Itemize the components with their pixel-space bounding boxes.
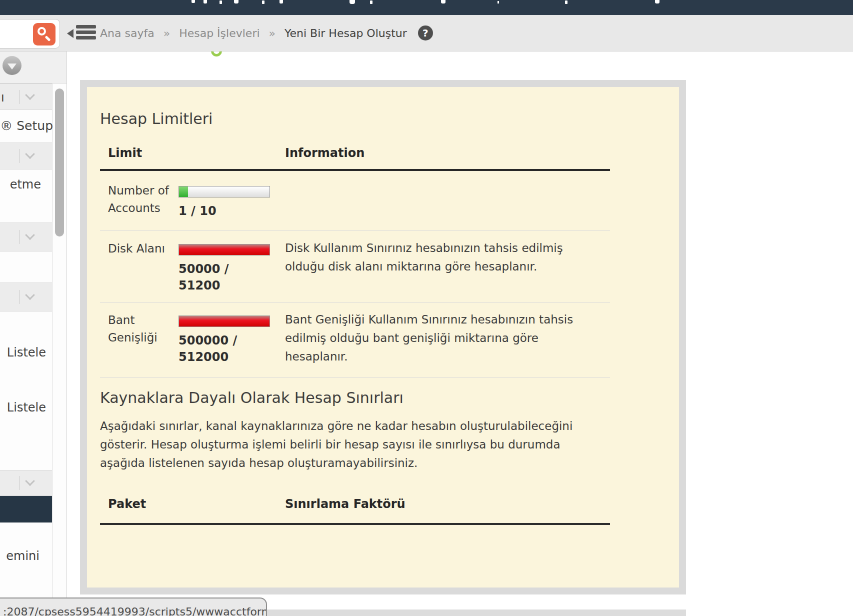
- sidebar-item[interactable]: emini: [6, 549, 40, 563]
- sidebar-scrollbar-thumb[interactable]: [55, 88, 64, 236]
- sidebar: ı ® Setup etme Listele Listele emini: [0, 52, 67, 616]
- breadcrumb-account-functions[interactable]: Hesap İşlevleri: [179, 27, 260, 40]
- chevron-down-icon: [25, 149, 35, 159]
- chevron-down-icon: [25, 290, 35, 300]
- column-header-information: Information: [285, 146, 364, 160]
- search-icon: [38, 27, 46, 36]
- account-limits-table: Limit Information Number of Accounts 1 /…: [100, 146, 610, 378]
- status-url-tooltip: :2087/cpsess5954419993/scripts5/wwwacctf…: [0, 598, 267, 616]
- packages-table: Paket Sınırlama Faktörü: [100, 497, 610, 525]
- limit-info: Disk Kullanım Sınırınız hesabınızın tahs…: [285, 239, 610, 294]
- sidebar-item-list[interactable]: Listele: [7, 346, 46, 360]
- limit-name: Bant Genişliği: [100, 310, 178, 366]
- status-url-text: :2087/cpsess5954419993/scripts5/wwwacctf…: [0, 598, 266, 616]
- breadcrumb-current-page: Yeni Bir Hesap Oluştur: [284, 27, 407, 40]
- limit-name: Disk Alanı: [100, 239, 178, 294]
- table-header-row: Limit Information: [100, 146, 610, 171]
- meter-fill-red: [179, 244, 270, 255]
- chevron-down-icon: [8, 64, 16, 70]
- collapse-all-button[interactable]: [2, 56, 22, 75]
- accounts-usage-meter: [178, 186, 270, 198]
- arrow-left-icon: [67, 29, 74, 38]
- column-header-package: Paket: [100, 497, 285, 511]
- breadcrumb-toolbar: Ana sayfa » Hesap İşlevleri » Yeni Bir H…: [0, 15, 853, 52]
- menu-icon: [76, 25, 96, 28]
- breadcrumb-home[interactable]: Ana sayfa: [100, 27, 154, 40]
- table-header-row: Paket Sınırlama Faktörü: [100, 497, 610, 525]
- chevron-down-icon: [25, 230, 35, 240]
- search-button[interactable]: [33, 23, 56, 46]
- column-header-limit: Limit: [100, 146, 178, 160]
- chevron-down-icon: [25, 476, 35, 486]
- search-input[interactable]: [0, 22, 32, 46]
- sidebar-item-list[interactable]: Listele: [7, 400, 46, 414]
- sidebar-section-header[interactable]: [0, 142, 52, 170]
- breadcrumb: Ana sayfa » Hesap İşlevleri » Yeni Bir H…: [100, 15, 433, 52]
- column-header-limiting-factor: Sınırlama Faktörü: [285, 497, 406, 511]
- account-limits-title: Hesap Limitleri: [100, 109, 212, 129]
- meter-fill-red: [179, 316, 270, 326]
- sidebar-section-header[interactable]: ı: [0, 84, 52, 110]
- collapse-sidebar-button[interactable]: [66, 25, 96, 42]
- chevron-down-icon: [25, 90, 35, 100]
- table-row-disk-space: Disk Alanı 50000 / 51200 Disk Kullanım S…: [100, 231, 610, 302]
- bandwidth-usage-value: 500000 / 512000: [178, 332, 273, 366]
- meter-fill-green: [179, 186, 188, 197]
- sidebar-section-label: ı: [1, 90, 4, 104]
- resource-limits-description: Aşağıdaki sınırlar, kanal kaynaklarınıza…: [100, 417, 607, 472]
- sidebar-section-header[interactable]: [0, 470, 52, 496]
- clipped-green-icon: [211, 52, 222, 56]
- account-limits-container: Hesap Limitleri Limit Information Number…: [80, 80, 686, 594]
- limit-info: Bant Genişliği Kullanım Sınırınız hesabı…: [285, 310, 610, 366]
- search-box: [0, 19, 60, 48]
- sidebar-item[interactable]: etme: [10, 178, 41, 192]
- resource-limits-title: Kaynaklara Dayalı Olarak Hesap Sınırları: [100, 388, 404, 408]
- breadcrumb-separator: »: [269, 27, 276, 40]
- sidebar-top-bar: [0, 52, 66, 84]
- breadcrumb-separator: »: [164, 27, 170, 40]
- help-icon[interactable]: ?: [418, 26, 433, 40]
- limit-info: [285, 181, 610, 220]
- sidebar-section-header[interactable]: [0, 282, 52, 312]
- topbar-clipped-text: [192, 0, 195, 3]
- table-row-number-of-accounts: Number of Accounts 1 / 10: [100, 171, 610, 231]
- limit-name: Number of Accounts: [100, 181, 178, 220]
- table-row-bandwidth: Bant Genişliği 500000 / 512000 Bant Geni…: [100, 302, 610, 378]
- sidebar-section-header[interactable]: [0, 222, 52, 252]
- disk-usage-value: 50000 / 51200: [178, 261, 273, 294]
- top-navy-bar: [0, 0, 853, 15]
- sidebar-item-setup[interactable]: ® Setup: [0, 118, 53, 133]
- sidebar-divider: [52, 84, 52, 616]
- sidebar-item-selected[interactable]: [0, 496, 52, 522]
- bandwidth-usage-meter: [178, 316, 270, 327]
- main-content: Hesap Limitleri Limit Information Number…: [67, 52, 853, 616]
- account-limits-panel: Hesap Limitleri Limit Information Number…: [87, 87, 679, 588]
- accounts-usage-value: 1 / 10: [178, 203, 273, 220]
- disk-usage-meter: [178, 244, 270, 256]
